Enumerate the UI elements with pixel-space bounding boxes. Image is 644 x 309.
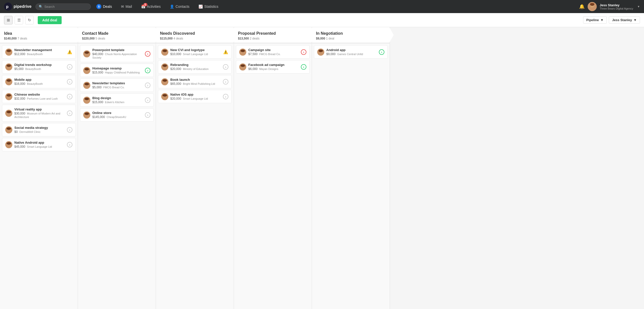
svg-point-82 xyxy=(318,49,323,52)
nav-deals[interactable]: $ Deals xyxy=(93,3,115,11)
action-red-icon[interactable]: › xyxy=(301,49,306,55)
deal-avatar-16 xyxy=(161,93,168,100)
deal-amount-7: $45,000 Smart Language Ltd xyxy=(14,145,65,148)
search-box[interactable]: 🔍 xyxy=(35,4,91,10)
action-green-icon[interactable]: › xyxy=(301,64,306,70)
deal-card-1[interactable]: Newsletter management $12,000 BeautyBoot… xyxy=(2,45,76,59)
deal-card-5[interactable]: Virtual reality app $30,000 Museum of Mo… xyxy=(2,105,76,122)
svg-point-70 xyxy=(163,94,167,96)
action-gray-icon[interactable]: › xyxy=(223,79,228,85)
deal-card-6[interactable]: Social media strategy $0 DermaWell Clini… xyxy=(2,123,76,136)
deal-amount-10: $5,000 FMCG Bread Co. xyxy=(92,86,143,89)
nav-activities[interactable]: 📅 5 Activities xyxy=(138,3,164,10)
refresh-icon: ↻ xyxy=(28,18,31,22)
bell-icon[interactable]: 🔔 xyxy=(579,4,585,9)
deal-info-9: Homepage revamp $15,000 Happy Childhood … xyxy=(92,66,143,74)
deal-avatar-2 xyxy=(5,63,12,70)
search-input[interactable] xyxy=(44,5,88,9)
deal-card-2[interactable]: Digital trends workshop $5,000 BeautyBoo… xyxy=(2,60,76,73)
action-gray-icon[interactable]: › xyxy=(67,110,72,116)
pipedrive-logo-icon: p xyxy=(4,3,12,11)
mail-icon: ✉ xyxy=(121,5,124,9)
pipeline-filter[interactable]: Pipeline ▼ xyxy=(583,16,607,24)
action-green-icon[interactable]: › xyxy=(145,68,150,73)
svg-point-10 xyxy=(7,49,11,52)
svg-point-58 xyxy=(163,49,167,52)
deal-card-8[interactable]: Powerpoint template $40,000 Chuck Norris… xyxy=(80,45,154,62)
action-gray-icon[interactable]: › xyxy=(67,142,72,147)
action-red-icon[interactable]: › xyxy=(145,51,150,57)
deal-title-18: Facebook ad campaign xyxy=(248,63,299,67)
cards-container-in-negotiation: Android app $9,000 Games Central Unltd › xyxy=(312,43,390,309)
deal-amount-13: $10,000 Smart Language Ltd xyxy=(170,52,221,56)
deal-card-10[interactable]: Newsletter templates $5,000 FMCG Bread C… xyxy=(80,79,154,92)
deal-card-14[interactable]: Rebranding $20,000 Ministry of Education… xyxy=(158,60,232,73)
deal-company-17: FMCG Bread Co. xyxy=(259,53,280,56)
deal-amount-1: $12,000 BeautyBooth xyxy=(14,52,65,56)
deal-company-15: Bright Mind Publishing Ltd xyxy=(183,82,215,85)
deal-avatar-15 xyxy=(161,78,168,85)
activities-badge: 5 xyxy=(143,3,147,6)
deal-card-12[interactable]: Online store $145,000 CheapShoes4U › xyxy=(80,108,154,122)
deal-company-7: Smart Language Ltd xyxy=(27,145,52,148)
deal-company-13: Smart Language Ltd xyxy=(183,53,208,56)
user-filter[interactable]: Jess Stanley ▼ xyxy=(609,16,640,24)
deal-info-17: Campaign site $7,500 FMCG Bread Co. xyxy=(248,48,299,56)
column-header-idea: Idea $140,000 7 deals xyxy=(0,27,78,43)
list-view-button[interactable]: ☰ xyxy=(15,16,23,24)
action-gray-icon[interactable]: › xyxy=(145,83,150,88)
user-filter-dropdown-arrow: ▼ xyxy=(633,18,637,22)
column-in-negotiation: In Negotiation $9,000 1 deal Android app… xyxy=(312,27,390,309)
deal-amount-15: $65,000 Bright Mind Publishing Ltd xyxy=(170,82,221,86)
deal-card-19[interactable]: Android app $9,000 Games Central Unltd › xyxy=(314,45,388,59)
deal-card-13[interactable]: New CVI and logotype $10,000 Smart Langu… xyxy=(158,45,232,59)
cards-container-proposal-presented: Campaign site $7,500 FMCG Bread Co. › Fa… xyxy=(234,43,312,309)
user-dropdown-arrow[interactable]: ▼ xyxy=(637,5,640,8)
add-deal-button[interactable]: Add deal xyxy=(38,16,62,24)
action-gray-icon[interactable]: › xyxy=(67,64,72,70)
deal-card-4[interactable]: Chinese website $32,000 Perfumes Luxe an… xyxy=(2,90,76,103)
deal-card-18[interactable]: Facebook ad campaign $6,000 Mayan Design… xyxy=(236,60,310,73)
deal-company-14: Ministry of Education xyxy=(183,67,209,70)
deal-title-3: Mobile app xyxy=(14,78,65,82)
deal-card-7[interactable]: Native Android app $45,000 Smart Languag… xyxy=(2,138,76,151)
action-gray-icon[interactable]: › xyxy=(67,127,72,133)
nav-statistics[interactable]: 📈 Statistics xyxy=(195,3,222,10)
nav-activities-label: Activities xyxy=(147,5,161,9)
user-company: Three Bears Digital Agency xyxy=(600,7,633,10)
deal-amount-17: $7,500 FMCG Bread Co. xyxy=(248,52,299,56)
column-header-proposal-presented: Proposal Presented $13,500 2 deals xyxy=(234,27,312,43)
deal-amount-16: $20,000 Smart Language Ltd xyxy=(170,97,221,100)
deal-amount-3: $16,000 BeautyBooth xyxy=(14,82,65,86)
action-gray-icon[interactable]: › xyxy=(67,79,72,85)
search-icon: 🔍 xyxy=(39,5,43,9)
deal-card-17[interactable]: Campaign site $7,500 FMCG Bread Co. › xyxy=(236,45,310,59)
action-gray-icon[interactable]: › xyxy=(145,112,150,118)
refresh-button[interactable]: ↻ xyxy=(25,16,34,24)
deal-amount-19: $9,000 Games Central Unltd xyxy=(326,52,377,56)
action-green-icon[interactable]: › xyxy=(379,49,384,55)
action-gray-icon[interactable]: › xyxy=(67,94,72,99)
deal-avatar-18 xyxy=(239,63,246,70)
action-gray-icon[interactable]: › xyxy=(145,97,150,103)
deal-amount-12: $145,000 CheapShoes4U xyxy=(92,115,143,119)
column-title-idea: Idea xyxy=(4,31,74,36)
deal-info-12: Online store $145,000 CheapShoes4U xyxy=(92,111,143,119)
nav-mail[interactable]: ✉ Mail xyxy=(117,3,136,10)
kanban-view-button[interactable]: ⊞ xyxy=(4,16,13,24)
logo[interactable]: p pipedrive xyxy=(4,3,31,11)
action-gray-icon[interactable]: › xyxy=(223,94,228,99)
deal-card-11[interactable]: Blog design $15,000 Edwin's Kitchen › xyxy=(80,93,154,107)
deal-avatar-1 xyxy=(5,49,12,56)
deal-avatar-11 xyxy=(83,97,90,104)
deal-card-9[interactable]: Homepage revamp $15,000 Happy Childhood … xyxy=(80,64,154,77)
deal-card-16[interactable]: Native iOS app $20,000 Smart Language Lt… xyxy=(158,90,232,103)
nav-contacts[interactable]: 👤 Contacts xyxy=(166,3,193,10)
deal-title-13: New CVI and logotype xyxy=(170,48,221,52)
action-gray-icon[interactable]: › xyxy=(223,64,228,70)
deal-card-3[interactable]: Mobile app $16,000 BeautyBooth › xyxy=(2,75,76,88)
deal-card-15[interactable]: Book launch $65,000 Bright Mind Publishi… xyxy=(158,75,232,88)
deal-info-14: Rebranding $20,000 Ministry of Education xyxy=(170,63,221,71)
column-header-needs-discovered: Needs Discovered $115,000 4 deals xyxy=(156,27,234,43)
deal-amount-2: $5,000 BeautyBooth xyxy=(14,67,65,71)
